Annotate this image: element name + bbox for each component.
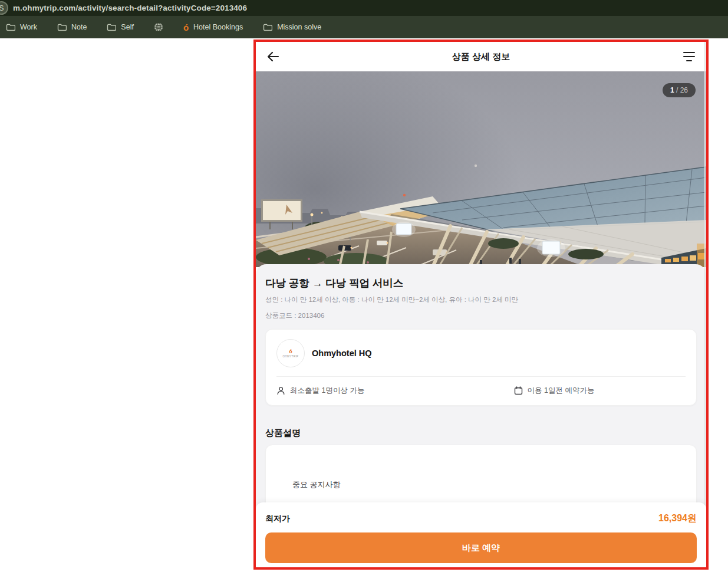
back-button[interactable]: [266, 49, 282, 64]
menu-icon[interactable]: [683, 52, 696, 61]
gallery-hero-image[interactable]: 1 / 26: [256, 71, 706, 267]
gallery-total: 26: [680, 86, 688, 94]
product-detail-header: 상품 상세 정보: [256, 42, 706, 71]
vendor-name: Ohmyhotel HQ: [312, 349, 372, 358]
bottom-booking-bar: 최저가 16,394원 바로 예약: [256, 502, 706, 567]
mobile-viewport: 상품 상세 정보: [256, 42, 706, 567]
lead-time-info: 이용 1일전 예약가능: [514, 386, 595, 396]
folder-icon: [107, 24, 116, 31]
divider: [276, 376, 686, 377]
gallery-counter-badge: 1 / 26: [663, 83, 696, 97]
gallery-current: 1: [670, 86, 674, 94]
folder-icon: [57, 24, 67, 31]
min-departure-info: 최소출발 1명이상 가능: [276, 386, 514, 396]
book-now-button[interactable]: 바로 예약: [265, 532, 697, 563]
bookmark-mission-solve[interactable]: Mission solve: [263, 23, 321, 31]
product-age-note: 성인 : 나이 만 12세 이상, 아동 : 나이 만 12세 미만~2세 이상…: [265, 295, 697, 304]
product-title: 다낭 공항 → 다낭 픽업 서비스: [265, 276, 697, 290]
page-title: 상품 상세 정보: [256, 51, 706, 63]
bookmark-globe[interactable]: [154, 22, 163, 32]
product-code: 상품코드 : 2013406: [265, 311, 697, 320]
airport-photo-illustration: [256, 71, 706, 267]
arrow-left-icon: [266, 51, 279, 62]
lowest-price-value: 16,394원: [658, 512, 697, 525]
bookmark-label: Note: [71, 23, 87, 31]
folder-icon: [263, 24, 272, 31]
bookmark-work[interactable]: Work: [6, 23, 37, 31]
vendor-card: ó OHMYTRIP Ohmyhotel HQ: [265, 329, 697, 406]
bookmark-self[interactable]: Self: [107, 23, 134, 31]
bookmark-note[interactable]: Note: [57, 23, 87, 31]
vendor-logo-icon: ó OHMYTRIP: [276, 339, 305, 367]
calendar-icon: [514, 386, 523, 395]
browser-url-bar[interactable]: S m.ohmytrip.com/activity/search-detail?…: [0, 0, 728, 16]
red-annotation-frame: 상품 상세 정보: [253, 40, 709, 570]
person-icon: [276, 386, 285, 395]
scrollbar[interactable]: [704, 42, 706, 567]
screen: S m.ohmytrip.com/activity/search-detail?…: [0, 0, 728, 572]
bookmark-hotel-bookings[interactable]: ó Hotel Bookings: [183, 23, 243, 32]
ohmytrip-icon: ó: [183, 23, 189, 32]
bookmark-label: Mission solve: [277, 23, 321, 31]
bookmark-label: Hotel Bookings: [193, 23, 243, 31]
page-background: 상품 상세 정보: [0, 38, 728, 572]
tab-favicon-icon: S: [0, 1, 8, 15]
lowest-price-label: 최저가: [265, 514, 290, 524]
important-notice: 중요 공지사항: [292, 479, 696, 490]
folder-icon: [6, 24, 15, 31]
description-heading: 상품설명: [265, 428, 697, 439]
bookmarks-bar: Work Note Self ó: [0, 16, 728, 38]
bookmark-label: Self: [121, 23, 134, 31]
globe-icon: [154, 22, 163, 32]
address-url[interactable]: m.ohmytrip.com/activity/search-detail?ac…: [13, 4, 247, 12]
bookmark-label: Work: [20, 23, 37, 31]
